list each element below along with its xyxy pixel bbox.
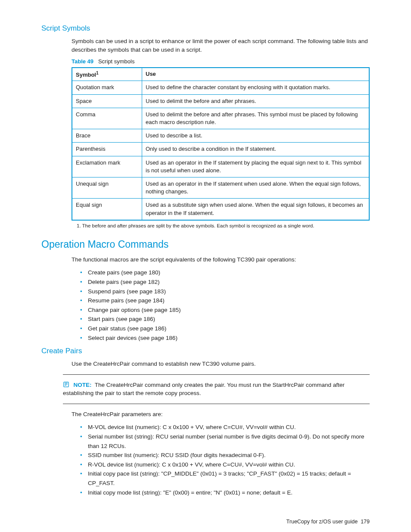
cell-use: Used to delimit the before and after phr…	[142, 94, 370, 108]
footer-page-number: 179	[361, 519, 370, 525]
note-label: NOTE:	[73, 382, 91, 388]
note-block: NOTE: The CreateHrcPair command only cre…	[63, 381, 370, 398]
page-footer: TrueCopy for z/OS user guide 179	[41, 519, 370, 525]
table-row: Quotation markUsed to define the charact…	[72, 81, 369, 94]
cell-use: Only used to describe a condition in the…	[142, 143, 370, 156]
divider	[63, 404, 370, 404]
col-header-use: Use	[142, 68, 370, 81]
list-item: M-VOL device list (numeric): C x 0x100 +…	[80, 423, 370, 432]
cell-use: Used as an operator in the If statement …	[142, 177, 370, 198]
list-item: SSID number list (numeric): RCU SSID (fo…	[80, 451, 370, 460]
table-row: Unequal signUsed as an operator in the I…	[72, 177, 369, 198]
cell-use: Used to describe a list.	[142, 129, 370, 143]
cell-use: Used to delimit the before and after phr…	[142, 108, 370, 129]
operation-list: Create pairs (see page 180) Delete pairs…	[80, 268, 370, 342]
cell-symbol: Unequal sign	[72, 177, 142, 198]
col-header-symbol: Symbol1	[72, 68, 142, 81]
note-region: NOTE: The CreateHrcPair command only cre…	[63, 374, 370, 404]
cell-use: Used as a substitute sign when used alon…	[142, 199, 370, 220]
list-item: Start pairs (see page 186)	[80, 314, 370, 324]
table-header-row: Symbol1 Use	[72, 68, 369, 81]
cell-use: Used as an operator in the If statement …	[142, 156, 370, 177]
list-item: R-VOL device list (numeric): C x 0x100 +…	[80, 460, 370, 470]
table-row: CommaUsed to delimit the before and afte…	[72, 108, 369, 129]
script-symbols-table: Symbol1 Use Quotation markUsed to define…	[72, 67, 370, 221]
cell-symbol: Equal sign	[72, 199, 142, 220]
cell-symbol: Space	[72, 94, 142, 108]
table-row: SpaceUsed to delimit the before and afte…	[72, 94, 369, 108]
table-footnote: 1. The before and after phrases are spli…	[77, 222, 370, 229]
list-item: Delete pairs (see page 182)	[80, 277, 370, 287]
list-item: Initial copy mode list (string): "E" (0x…	[80, 488, 370, 498]
note-text-body: The CreateHrcPair command only creates t…	[63, 382, 345, 397]
table-caption: Table 49 Script symbols	[72, 58, 370, 65]
operation-intro: The functional macros are the script equ…	[72, 255, 370, 264]
create-pairs-intro: Use the CreateHrcPair command to establi…	[72, 360, 370, 368]
section-create-pairs-body: Use the CreateHrcPair command to establi…	[72, 360, 370, 368]
list-item: Create pairs (see page 180)	[80, 268, 370, 277]
cell-use: Used to define the character constant by…	[142, 81, 370, 94]
params-list: M-VOL device list (numeric): C x 0x100 +…	[80, 423, 370, 497]
note-icon	[63, 381, 71, 389]
heading-create-pairs: Create Pairs	[41, 347, 370, 355]
section-operation-body: The functional macros are the script equ…	[72, 255, 370, 342]
list-item: Suspend pairs (see page 183)	[80, 287, 370, 296]
list-item: Initial copy pace list (string): "CP_MID…	[80, 469, 370, 488]
footer-title: TrueCopy for z/OS user guide	[286, 519, 358, 525]
list-item: Serial number list (string): RCU serial …	[80, 432, 370, 451]
create-pairs-params: The CreateHrcPair parameters are: M-VOL …	[72, 410, 370, 497]
table-row: Exclamation markUsed as an operator in t…	[72, 156, 369, 177]
cell-symbol: Quotation mark	[72, 81, 142, 94]
list-item: Change pair options (see page 185)	[80, 305, 370, 315]
cell-symbol: Comma	[72, 108, 142, 129]
list-item: Resume pairs (see page 184)	[80, 296, 370, 305]
heading-script-symbols: Script Symbols	[41, 24, 370, 33]
table-caption-label: Table 49	[72, 58, 93, 65]
document-page: Script Symbols Symbols can be used in a …	[0, 0, 411, 532]
table-caption-text: Script symbols	[98, 58, 135, 65]
table-row: BraceUsed to describe a list.	[72, 129, 369, 143]
divider	[63, 374, 370, 375]
intro-paragraph: Symbols can be used in a script to enhan…	[72, 37, 370, 54]
list-item: Select pair devices (see page 186)	[80, 333, 370, 343]
note-content: NOTE: The CreateHrcPair command only cre…	[63, 382, 345, 397]
list-item: Get pair status (see page 186)	[80, 324, 370, 333]
table-row: ParenthesisOnly used to describe a condi…	[72, 143, 369, 156]
cell-symbol: Brace	[72, 129, 142, 143]
section-script-symbols-body: Symbols can be used in a script to enhan…	[72, 37, 370, 229]
params-intro: The CreateHrcPair parameters are:	[72, 410, 370, 419]
cell-symbol: Parenthesis	[72, 143, 142, 156]
cell-symbol: Exclamation mark	[72, 156, 142, 177]
heading-operation-macro-commands: Operation Macro Commands	[41, 239, 370, 250]
table-row: Equal signUsed as a substitute sign when…	[72, 199, 369, 220]
